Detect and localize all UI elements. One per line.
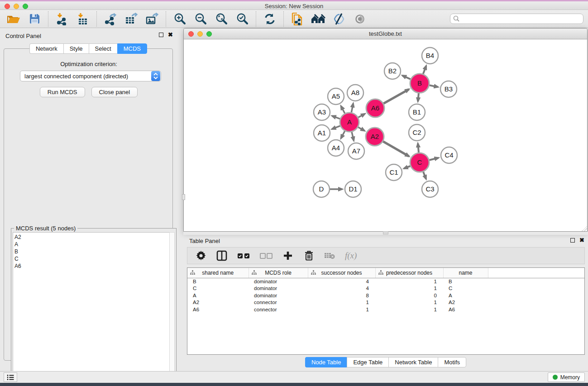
cell-MCDS-role[interactable]: dominator: [249, 292, 308, 299]
tab-mcds[interactable]: MCDS: [117, 43, 147, 54]
node-A7[interactable]: A7: [348, 143, 364, 159]
edge-C-C2[interactable]: [418, 143, 419, 152]
cell-MCDS-role[interactable]: dominator: [249, 278, 308, 285]
result-item[interactable]: A: [14, 241, 170, 248]
save-session-icon[interactable]: [27, 12, 42, 26]
edge-B-B2[interactable]: [402, 76, 411, 79]
zoom-out-icon[interactable]: [193, 12, 208, 26]
tab-motifs[interactable]: Motifs: [438, 357, 466, 367]
column-header-successor-nodes[interactable]: successor nodes: [308, 268, 375, 278]
edge-A-A7[interactable]: [352, 132, 354, 140]
cell-name[interactable]: A6: [443, 306, 488, 313]
network-graph[interactable]: B4B2BB3B1A5A8A6A3AA1C2A4A7A2C4CC1C3DD1: [184, 39, 587, 231]
cell-name[interactable]: A2: [443, 299, 488, 306]
edge-A-A4[interactable]: [341, 131, 345, 138]
edge-A-A5[interactable]: [341, 106, 345, 113]
zoom-selected-icon[interactable]: [235, 12, 249, 26]
edge-C-C4[interactable]: [429, 158, 438, 160]
edge-B-B3[interactable]: [430, 85, 438, 87]
result-scrollbar[interactable]: [169, 232, 175, 380]
export-image-icon[interactable]: [145, 12, 159, 26]
run-mcds-button[interactable]: Run MCDS: [40, 87, 85, 97]
table-row[interactable]: Adominator80A: [187, 292, 584, 299]
close-table-panel-icon[interactable]: ✖: [579, 238, 584, 243]
edge-A-A3[interactable]: [332, 116, 340, 119]
edge-C-C1[interactable]: [404, 166, 410, 168]
node-C3[interactable]: C3: [422, 181, 438, 197]
node-B2[interactable]: B2: [384, 63, 401, 79]
cell-predecessor-nodes[interactable]: 1: [375, 278, 443, 285]
cell-predecessor-nodes[interactable]: 1: [375, 285, 443, 292]
node-C2[interactable]: C2: [409, 124, 425, 141]
deselect-all-icon[interactable]: [260, 249, 272, 262]
result-item[interactable]: C: [14, 255, 170, 262]
edge-C-C3[interactable]: [423, 172, 426, 179]
node-B1[interactable]: B1: [409, 104, 425, 120]
cell-successor-nodes[interactable]: 1: [308, 299, 375, 306]
pane-divider[interactable]: [183, 232, 588, 235]
network-window-titlebar[interactable]: testGlobe.txt: [184, 29, 587, 39]
cell-name[interactable]: A: [443, 292, 488, 299]
cell-successor-nodes[interactable]: 1: [308, 306, 375, 313]
export-network-icon[interactable]: [103, 12, 118, 26]
float-panel-icon[interactable]: [159, 33, 163, 37]
task-history-button[interactable]: [4, 372, 17, 382]
node-A3[interactable]: A3: [314, 104, 330, 120]
node-D1[interactable]: D1: [345, 181, 361, 197]
tab-network[interactable]: Network: [29, 43, 63, 54]
cell-MCDS-role[interactable]: connector: [249, 306, 308, 313]
node-C1[interactable]: C1: [386, 164, 402, 181]
cell-predecessor-nodes[interactable]: 0: [375, 292, 443, 299]
delete-icon[interactable]: [303, 249, 314, 262]
node-C[interactable]: C: [410, 153, 429, 172]
column-header-shared-name[interactable]: shared name: [187, 268, 249, 278]
node-A2[interactable]: A2: [366, 128, 384, 146]
cell-shared-name[interactable]: A2: [187, 299, 249, 306]
function-icon[interactable]: f(x): [345, 249, 357, 262]
import-network-icon[interactable]: [55, 12, 69, 26]
node-A1[interactable]: A1: [314, 125, 330, 141]
search-input[interactable]: [450, 14, 583, 24]
open-session-icon[interactable]: [6, 12, 21, 26]
eye-icon[interactable]: [353, 12, 367, 26]
memory-button[interactable]: Memory: [548, 372, 585, 382]
close-panel-icon[interactable]: ✖: [168, 33, 173, 37]
optimization-dropdown[interactable]: largest connected component (directed): [20, 71, 161, 81]
cell-shared-name[interactable]: A: [187, 292, 249, 299]
select-all-icon[interactable]: [237, 249, 250, 262]
cell-name[interactable]: C: [443, 285, 488, 292]
cell-name[interactable]: B: [443, 278, 488, 285]
show-all-icon[interactable]: [311, 12, 325, 26]
edge-A-A1[interactable]: [332, 126, 340, 129]
result-item[interactable]: B: [14, 248, 170, 255]
node-C4[interactable]: C4: [441, 147, 457, 163]
node-table[interactable]: shared nameMCDS rolesuccessor nodesprede…: [187, 267, 585, 355]
node-A4[interactable]: A4: [328, 140, 344, 156]
node-B3[interactable]: B3: [440, 81, 457, 97]
new-network-icon[interactable]: [290, 12, 305, 26]
column-header-MCDS-role[interactable]: MCDS role: [249, 268, 308, 278]
table-row[interactable]: Bdominator41B: [187, 278, 584, 285]
table-row[interactable]: A6connector11A6: [187, 306, 584, 313]
edge-A-A2[interactable]: [358, 127, 364, 131]
table-row[interactable]: Cdominator41C: [187, 285, 584, 292]
edge-B-B1[interactable]: [418, 93, 419, 101]
node-D[interactable]: D: [313, 181, 330, 197]
node-B[interactable]: B: [410, 74, 429, 93]
node-A8[interactable]: A8: [347, 85, 363, 101]
tab-edge-table[interactable]: Edge Table: [347, 357, 388, 367]
delete-table-icon[interactable]: [324, 249, 335, 262]
edge-B-B4[interactable]: [423, 66, 426, 74]
cell-successor-nodes[interactable]: 8: [308, 292, 375, 299]
export-table-icon[interactable]: [124, 12, 139, 26]
table-row[interactable]: A2connector11A2: [187, 299, 584, 306]
cell-successor-nodes[interactable]: 4: [308, 285, 375, 292]
result-item[interactable]: A2: [14, 234, 170, 241]
resize-corner-icon[interactable]: [582, 226, 587, 231]
cell-shared-name[interactable]: B: [187, 278, 249, 285]
node-A5[interactable]: A5: [328, 88, 344, 105]
cell-MCDS-role[interactable]: dominator: [249, 285, 308, 292]
tab-select[interactable]: Select: [89, 43, 117, 54]
hide-details-icon[interactable]: [332, 12, 346, 26]
refresh-icon[interactable]: [263, 12, 277, 26]
